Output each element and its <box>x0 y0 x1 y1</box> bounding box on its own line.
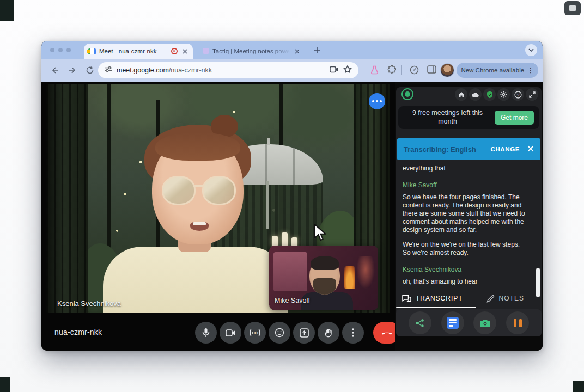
camera-permission-icon[interactable] <box>330 65 339 75</box>
captions-button[interactable]: CC <box>244 322 266 344</box>
video-stage: Ksenia Svechnikova Mike Savoff <box>46 84 390 313</box>
chrome-update-button[interactable]: New Chrome available ⋮ <box>457 63 538 78</box>
share-button[interactable] <box>409 311 431 334</box>
close-tab-icon[interactable] <box>181 47 188 55</box>
extensions-puzzle-icon[interactable] <box>387 65 397 75</box>
chrome-update-label: New Chrome available <box>461 67 524 74</box>
tactiq-header-icons: ? <box>455 88 538 101</box>
forward-button[interactable] <box>68 65 77 75</box>
get-more-button[interactable]: Get more <box>495 111 534 125</box>
transcribing-label: Transcribing: English <box>404 145 486 154</box>
tactiq-extension-icon[interactable] <box>370 65 380 75</box>
chat-notification-icon[interactable] <box>369 93 385 109</box>
browser-toolbar: meet.google.com/nua-czmr-nkk <box>41 59 543 82</box>
pip-participant-face <box>309 258 340 295</box>
expand-icon[interactable] <box>526 88 538 101</box>
toolbar-divider <box>402 65 402 75</box>
mic-button[interactable] <box>195 322 217 344</box>
tactiq-logo-icon <box>402 88 413 100</box>
browser-window: Meet - nua-czmr-nkk Tactiq | Meeting not… <box>41 41 543 351</box>
tab-title: Tactiq | Meeting notes powe <box>212 48 290 54</box>
svg-text:?: ? <box>516 93 519 97</box>
transcript-line: So we have the four pages finished. The … <box>403 193 528 234</box>
gear-icon[interactable] <box>497 88 510 101</box>
new-tab-button[interactable] <box>313 46 321 54</box>
tab-notes[interactable]: NOTES <box>469 290 542 307</box>
sidebar-tabs: TRANSCRIPT NOTES <box>396 290 542 307</box>
video-letterbox-left <box>46 84 88 313</box>
pause-icon <box>514 319 522 327</box>
pip-window <box>273 252 307 291</box>
chat-bubble-icon <box>564 1 581 15</box>
profile-avatar[interactable] <box>440 63 454 77</box>
tab-tactiq[interactable]: Tactiq | Meeting notes powe <box>198 45 305 58</box>
raise-hand-button[interactable] <box>318 322 339 344</box>
meeting-code: nua-czmr-nkk <box>54 328 102 336</box>
tactiq-sidebar: ? 9 free meetings left this month Get mo… <box>395 82 543 351</box>
tab-search-chevron-icon[interactable] <box>525 44 537 56</box>
tab-meet[interactable]: Meet - nua-czmr-nkk <box>84 44 193 59</box>
transcript-list[interactable]: everything that Mike Savoff So we have t… <box>403 164 528 285</box>
tab-transcript[interactable]: TRANSCRIPT <box>396 290 469 307</box>
more-options-button[interactable] <box>342 322 364 344</box>
active-tab-underline <box>396 307 476 309</box>
refresh-button[interactable] <box>85 65 95 75</box>
google-docs-icon <box>447 317 459 329</box>
help-icon[interactable]: ? <box>512 88 524 101</box>
bookmark-star-icon[interactable] <box>343 65 352 76</box>
pause-recording-button[interactable] <box>506 311 529 334</box>
transcript-speaker: Ksenia Svechnikova <box>403 266 528 273</box>
participant-glasses <box>162 176 236 207</box>
participant-mouth <box>190 222 209 231</box>
tab-strip: Meet - nua-czmr-nkk Tactiq | Meeting not… <box>41 41 543 59</box>
pip-name-label: Mike Savoff <box>275 297 310 304</box>
transcript-speaker: Mike Savoff <box>403 181 528 189</box>
transcript-line: We're on the we're on the last few steps… <box>403 241 528 257</box>
page-content: Ksenia Svechnikova Mike Savoff <box>41 82 543 351</box>
meet-favicon <box>88 48 96 54</box>
umbrella-pole <box>266 181 269 229</box>
screenshot-button[interactable] <box>473 311 496 334</box>
pip-video-tile[interactable]: Mike Savoff <box>269 246 378 310</box>
desktop-corner-bottom-left <box>0 377 10 392</box>
url-text[interactable]: meet.google.com/nua-czmr-nkk <box>117 66 325 74</box>
desktop-corner-bottom-right <box>573 381 584 392</box>
google-docs-button[interactable] <box>441 311 464 334</box>
transcribing-bar: Transcribing: English CHANGE <box>397 138 540 160</box>
more-menu-icon[interactable]: ⋮ <box>527 66 534 74</box>
pencil-icon <box>487 295 494 302</box>
meet-control-bar: nua-czmr-nkk CC <box>41 316 395 351</box>
meet-call-area: Ksenia Svechnikova Mike Savoff <box>41 82 395 351</box>
pip-lamp-glow <box>356 256 375 289</box>
close-transcribing-icon[interactable] <box>527 144 534 154</box>
participant-torso <box>103 247 288 313</box>
mouse-cursor <box>313 224 328 244</box>
transcript-chat-icon <box>403 295 409 301</box>
pip-fireplace <box>344 266 355 289</box>
shield-check-icon[interactable] <box>483 88 496 101</box>
recording-indicator-icon <box>171 48 178 54</box>
cloud-icon[interactable] <box>469 88 482 101</box>
candles <box>272 232 297 247</box>
tactiq-action-bar <box>396 309 542 336</box>
window-controls[interactable] <box>50 48 71 52</box>
participant-name-label: Ksenia Svechnikova <box>57 299 121 308</box>
tab-title: Meet - nua-czmr-nkk <box>99 48 168 54</box>
home-icon[interactable] <box>455 88 467 101</box>
transcript-line: everything that <box>403 164 528 173</box>
site-info-icon[interactable] <box>105 65 112 75</box>
back-button[interactable] <box>50 65 60 75</box>
speed-dial-icon[interactable] <box>410 65 419 75</box>
tactiq-favicon <box>203 48 209 54</box>
change-language-button[interactable]: CHANGE <box>491 146 520 152</box>
desktop-corner-top-left <box>0 0 14 21</box>
free-meetings-banner: 9 free meetings left this month Get more <box>398 106 539 129</box>
close-tab-icon[interactable] <box>293 47 301 55</box>
transcript-line: oh, that's amazing to hear <box>403 278 528 285</box>
camera-button[interactable] <box>220 322 241 344</box>
free-meetings-text: 9 free meetings left this month <box>404 109 495 126</box>
reactions-button[interactable] <box>269 322 290 344</box>
side-panel-icon[interactable] <box>427 65 437 75</box>
present-button[interactable] <box>293 322 315 344</box>
address-bar[interactable]: meet.google.com/nua-czmr-nkk <box>98 62 358 78</box>
